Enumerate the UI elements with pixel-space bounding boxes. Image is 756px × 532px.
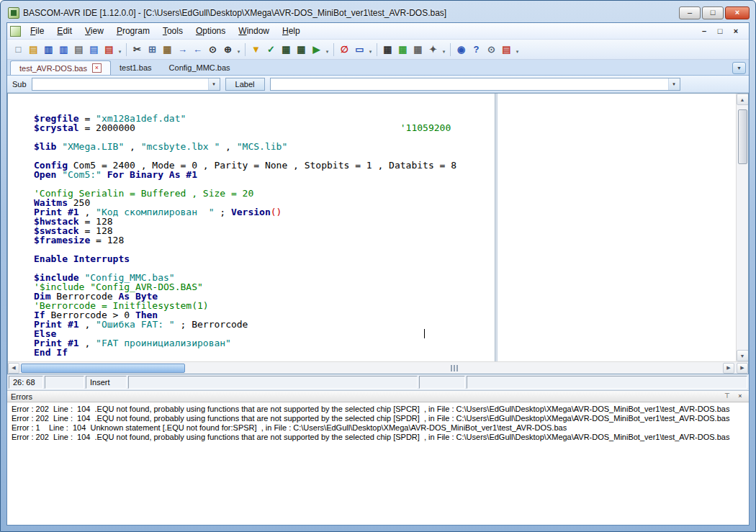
menu-item-options[interactable]: Options — [189, 24, 232, 38]
close-button[interactable]: × — [725, 6, 750, 19]
find-replace-icon[interactable]: ⊕ — [220, 42, 235, 57]
chevron-down-icon[interactable]: ▾ — [208, 78, 220, 90]
help-index-icon[interactable]: ? — [469, 42, 484, 57]
tab-test-avr-dos[interactable]: test_AVR-DOS.bas× — [10, 60, 111, 75]
minimize-button[interactable]: – — [679, 6, 701, 19]
program-chip-icon[interactable]: ▶ — [309, 42, 324, 57]
document-icon[interactable] — [10, 26, 21, 37]
chevron-down-icon: ▾ — [737, 65, 740, 71]
horizontal-scrollbar[interactable]: ◀ ▶ ▶ — [8, 361, 748, 374]
vertical-scrollbar[interactable]: ▲ ▼ — [736, 94, 748, 361]
toolbar-separator — [450, 43, 451, 56]
tab-test1[interactable]: test1.bas — [111, 60, 161, 75]
copy-icon[interactable]: ⊞ — [145, 42, 160, 57]
menu-items: FileEditViewProgramToolsOptionsWindowHel… — [24, 24, 307, 38]
error-row[interactable]: Error : 202 Line : 104 .EQU not found, p… — [7, 414, 749, 423]
toolbar-overflow-chevron-icon[interactable]: ▾ — [367, 42, 374, 57]
help-contents-icon[interactable]: ◉ — [454, 42, 469, 57]
horizontal-scroll-thumb[interactable] — [21, 364, 185, 373]
scroll-left-button[interactable]: ◀ — [8, 363, 19, 374]
new-file-icon[interactable]: □ — [11, 42, 26, 57]
simulator-icon[interactable]: ▦ — [380, 42, 395, 57]
sub-caption: Sub — [12, 80, 27, 89]
toolbar: □▤▥▥▤▤▤▾✂⊞▦→←⊙⊕▾▼✓▦▦▶▾∅▭▾▦▦▦✦▾◉?⊙▤▾ — [7, 40, 749, 60]
menu-item-window[interactable]: Window — [232, 24, 276, 38]
sub-combobox[interactable]: ▾ — [32, 78, 220, 91]
stop-icon[interactable]: ∅ — [337, 42, 352, 57]
right-arrow-icon: ▶ — [740, 365, 744, 371]
cut-icon[interactable]: ✂ — [130, 42, 145, 57]
paste-icon[interactable]: ▦ — [160, 42, 175, 57]
toolbar-overflow-chevron-icon[interactable]: ▾ — [324, 42, 330, 57]
help-search-icon[interactable]: ⊙ — [484, 42, 499, 57]
editor: $regfile = "xm128a1def.dat"$crystal = 20… — [7, 93, 749, 374]
errors-panel-header: Errors ⊤ × — [7, 391, 749, 402]
save-file-icon[interactable]: ▥ — [41, 42, 56, 57]
left-arrow-icon: ◀ — [12, 365, 15, 371]
mdi-minimize-button[interactable]: – — [698, 26, 710, 36]
errors-close-button[interactable]: × — [735, 392, 745, 401]
errors-panel: Errors ⊤ × Error : 202 Line : 104 .EQU n… — [7, 390, 749, 525]
graphic-converter-icon[interactable]: ▦ — [410, 42, 426, 57]
menu-item-help[interactable]: Help — [276, 24, 307, 38]
toolbar-overflow-chevron-icon[interactable]: ▾ — [235, 42, 242, 57]
export-report-icon[interactable]: ▤ — [102, 42, 117, 57]
error-row[interactable]: Error : 202 Line : 104 .EQU not found, p… — [7, 433, 749, 442]
up-arrow-icon: ▲ — [740, 97, 745, 102]
pin-button[interactable]: ⊤ — [722, 392, 732, 401]
plugin-tools-icon[interactable]: ✦ — [426, 42, 441, 57]
menu-bar: FileEditViewProgramToolsOptionsWindowHel… — [7, 23, 749, 40]
label-button[interactable]: Label — [225, 78, 265, 91]
splitter-grip[interactable] — [451, 365, 458, 371]
scroll-right-button[interactable]: ▶ — [723, 363, 734, 374]
horizontal-scroll-track[interactable] — [185, 362, 723, 374]
error-row[interactable]: Error : 202 Line : 104 .EQU not found, p… — [7, 405, 749, 414]
open-file-icon[interactable]: ▤ — [26, 42, 41, 57]
terminal-emulator-icon[interactable]: ▭ — [352, 42, 367, 57]
toolbar-overflow-chevron-icon[interactable]: ▾ — [514, 42, 521, 57]
menu-item-view[interactable]: View — [78, 24, 110, 38]
print-icon[interactable]: ▤ — [71, 42, 86, 57]
vertical-scroll-thumb[interactable] — [738, 109, 747, 164]
error-row[interactable]: Error : 1 Line : 104 Unknown statement [… — [7, 423, 749, 433]
find-icon[interactable]: ⊙ — [205, 42, 220, 57]
indent-icon[interactable]: → — [175, 42, 190, 57]
toolbar-overflow-chevron-icon[interactable]: ▾ — [117, 42, 123, 57]
navigation-bar: Sub ▾ Label ▾ — [7, 76, 749, 93]
code-line: $lib "XMega.LIB" , "mcsbyte.lbx " , "MCS… — [34, 142, 495, 151]
toolbar-overflow-chevron-icon[interactable]: ▾ — [441, 42, 447, 57]
pdf-manual-icon[interactable]: ▤ — [499, 42, 514, 57]
maximize-button[interactable]: □ — [702, 6, 724, 19]
editor-right-pane[interactable] — [498, 94, 736, 361]
close-icon: × — [738, 393, 742, 400]
syntax-check-icon[interactable]: ✓ — [264, 42, 279, 57]
toolbar-separator — [333, 43, 334, 56]
code-line: Print #1 , "Ошибка FAT: " ; Berrorcode — [34, 320, 495, 329]
code-editor-pane[interactable]: $regfile = "xm128a1def.dat"$crystal = 20… — [8, 94, 495, 361]
tab-config-mmc[interactable]: Config_MMC.bas — [161, 60, 239, 75]
lcd-designer-icon[interactable]: ▦ — [395, 42, 410, 57]
compile-icon[interactable]: ▼ — [248, 42, 264, 57]
minimize-icon: – — [688, 9, 692, 17]
menu-item-program[interactable]: Program — [110, 24, 156, 38]
scroll-right-button-2[interactable]: ▶ — [737, 363, 748, 374]
tab-close-icon[interactable]: × — [92, 63, 102, 73]
save-all-icon[interactable]: ▥ — [56, 42, 71, 57]
mdi-restore-button[interactable]: □ — [714, 26, 726, 36]
show-result-icon[interactable]: ▦ — [279, 42, 294, 57]
menu-item-tools[interactable]: Tools — [156, 24, 189, 38]
print-preview-icon[interactable]: ▤ — [86, 42, 102, 57]
chip-pinout-icon[interactable]: ▦ — [294, 42, 309, 57]
status-cell-0: 26: 68 — [9, 376, 43, 389]
scroll-up-button[interactable]: ▲ — [737, 94, 749, 105]
scroll-down-button[interactable]: ▼ — [737, 350, 749, 361]
label-combobox[interactable]: ▾ — [270, 78, 680, 91]
chevron-down-icon[interactable]: ▾ — [668, 78, 680, 90]
restore-icon: □ — [718, 27, 723, 35]
title-bar[interactable]: BASCOM-AVR IDE [1.12.0.0] - [C:\Users\Ed… — [6, 1, 750, 22]
unindent-icon[interactable]: ← — [190, 42, 205, 57]
tab-list-button[interactable]: ▾ — [732, 62, 746, 74]
mdi-close-button[interactable]: × — [730, 26, 742, 36]
menu-item-edit[interactable]: Edit — [50, 24, 78, 38]
menu-item-file[interactable]: File — [24, 24, 50, 38]
